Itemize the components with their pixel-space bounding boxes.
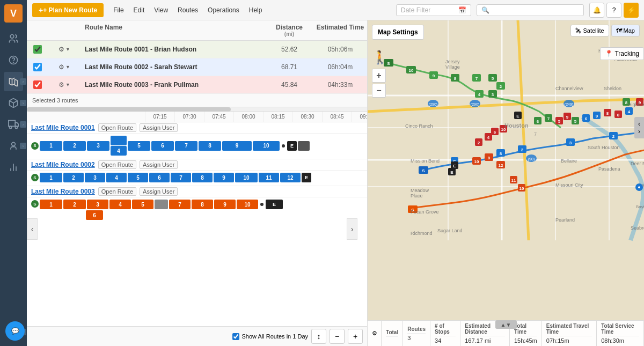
zoom-in-button[interactable]: + bbox=[372, 69, 386, 83]
topbar-action-icons: 🔔 ? ⚡ bbox=[589, 3, 639, 18]
sidebar-expand-team[interactable]: › bbox=[20, 143, 26, 149]
stats-routes-col: Routes 3 bbox=[403, 321, 430, 346]
gantt-bar-2-end: E bbox=[302, 173, 311, 182]
map-panel: S 10 9 8 7 5 4 3 2 S E 8 2 3 2 1 bbox=[368, 20, 644, 346]
sidebar-item-help[interactable] bbox=[4, 50, 23, 70]
menu-routes[interactable]: Routes bbox=[173, 4, 202, 16]
calendar-icon[interactable]: 📅 bbox=[458, 6, 466, 14]
sidebar-item-chart[interactable] bbox=[4, 158, 23, 177]
route-1-distance: 52.62 bbox=[265, 46, 313, 53]
svg-text:7: 7 bbox=[534, 131, 537, 137]
sidebar-expand[interactable]: › bbox=[20, 78, 26, 85]
gantt-next-button[interactable]: › bbox=[347, 218, 357, 240]
gantt-bar-2-10: 10 bbox=[235, 173, 258, 182]
svg-text:9: 9 bbox=[566, 115, 569, 120]
svg-text:Pecan Grove: Pecan Grove bbox=[411, 209, 439, 215]
date-filter[interactable]: Date Filter 📅 bbox=[396, 4, 471, 16]
svg-text:5: 5 bbox=[574, 119, 577, 124]
svg-text:Sheldon: Sheldon bbox=[604, 86, 621, 91]
gantt-bar-2-8: 8 bbox=[192, 173, 213, 182]
route-3-start-marker: S bbox=[31, 200, 39, 208]
svg-text:2: 2 bbox=[478, 141, 480, 145]
gantt-area: 07:15 07:30 07:45 08:00 08:15 08:30 08:4… bbox=[27, 112, 367, 346]
sort-button[interactable]: ↕ bbox=[311, 329, 326, 344]
horizontal-scrollbar[interactable] bbox=[27, 107, 367, 112]
chat-button[interactable]: 💬 bbox=[5, 321, 25, 341]
route-2-distance: 68.71 bbox=[265, 63, 313, 71]
route-2-gantt-link[interactable]: Last Mile Route 0002 bbox=[31, 161, 95, 168]
map-settings-label[interactable]: Map Settings bbox=[372, 25, 424, 40]
route-3-assign-button[interactable]: Assign User bbox=[140, 187, 178, 196]
svg-text:Pearland: Pearland bbox=[555, 217, 575, 223]
route-2-open-button[interactable]: Open Route bbox=[98, 160, 136, 169]
gantt-bar-2-12: 12 bbox=[280, 173, 301, 182]
svg-text:7: 7 bbox=[475, 76, 478, 81]
chat-icon: 💬 bbox=[11, 327, 19, 335]
route-1-gantt-link[interactable]: Last Mile Route 0001 bbox=[31, 124, 95, 131]
tracking-panel[interactable]: 📍 Tracking bbox=[600, 47, 644, 60]
route-3-gear[interactable]: ⚙▼ bbox=[48, 81, 80, 89]
satellite-button[interactable]: 🛰 Satellite bbox=[570, 25, 609, 36]
svg-text:10: 10 bbox=[409, 68, 414, 73]
zoom-out-gantt-button[interactable]: − bbox=[330, 329, 345, 344]
routes-value: 3 bbox=[407, 335, 426, 341]
lightning-button[interactable]: ⚡ bbox=[624, 3, 639, 18]
map-button[interactable]: 🗺 Map bbox=[611, 25, 640, 36]
menu-operations[interactable]: Operations bbox=[203, 4, 244, 16]
route-3-gantt-link[interactable]: Last Mile Route 0003 bbox=[31, 188, 95, 195]
svg-text:(90): (90) bbox=[528, 157, 535, 161]
gantt-prev-button[interactable]: ‹ bbox=[27, 218, 38, 240]
gantt-bar-3-8: 8 bbox=[192, 200, 213, 209]
show-all-routes-toggle[interactable]: Show All Routes in 1 Day bbox=[232, 333, 308, 340]
app-logo[interactable]: V bbox=[4, 4, 23, 23]
svg-text:2: 2 bbox=[500, 84, 502, 89]
menu-edit[interactable]: Edit bbox=[129, 4, 149, 16]
scroll-position-indicator[interactable]: ● bbox=[635, 183, 643, 191]
person-icon[interactable]: 🚶 bbox=[372, 50, 388, 65]
total-time-value: 15h:45m bbox=[514, 337, 537, 344]
route-2-checkbox[interactable] bbox=[27, 63, 48, 71]
svg-text:Pasadena: Pasadena bbox=[598, 166, 620, 172]
notification-button[interactable]: 🔔 bbox=[589, 3, 604, 18]
route-1-gear[interactable]: ⚙▼ bbox=[48, 46, 80, 53]
route-1-checkbox[interactable] bbox=[27, 45, 48, 54]
menu-help[interactable]: Help bbox=[245, 4, 267, 16]
topbar-menu: File Edit View Routes Operations Help bbox=[109, 4, 266, 16]
est-travel-value: 07h:15m bbox=[546, 337, 592, 344]
zoom-out-button[interactable]: − bbox=[372, 84, 386, 98]
svg-text:S: S bbox=[422, 168, 425, 173]
stats-est-travel-col: Estimated Travel Time 07h:15m bbox=[542, 321, 597, 346]
sidebar-item-routes[interactable]: › bbox=[4, 72, 23, 91]
route-2-gear[interactable]: ⚙▼ bbox=[48, 63, 80, 71]
menu-file[interactable]: File bbox=[109, 4, 128, 16]
route-1-assign-button[interactable]: Assign User bbox=[140, 123, 178, 132]
sidebar-expand-truck[interactable]: › bbox=[20, 121, 26, 128]
sidebar-item-users[interactable] bbox=[4, 29, 23, 48]
route-row-3: ⚙▼ Last Mile Route 0003 - Frank Pullman … bbox=[27, 76, 367, 94]
sidebar-item-box[interactable]: › bbox=[4, 93, 23, 113]
menu-view[interactable]: View bbox=[150, 4, 172, 16]
route-1-open-button[interactable]: Open Route bbox=[98, 123, 136, 132]
svg-text:7: 7 bbox=[547, 116, 550, 121]
sidebar-expand-box[interactable]: › bbox=[20, 100, 26, 106]
search-box[interactable]: 🔍 bbox=[477, 4, 584, 16]
sidebar-item-team[interactable]: › bbox=[4, 136, 23, 156]
collapse-left-button[interactable]: ‹› bbox=[634, 117, 644, 138]
route-3-open-button[interactable]: Open Route bbox=[98, 187, 136, 196]
map-view-controls: 🛰 Satellite 🗺 Map bbox=[570, 25, 640, 36]
route-3-checkbox[interactable] bbox=[27, 80, 48, 89]
route-2-assign-button[interactable]: Assign User bbox=[140, 160, 178, 169]
sidebar-item-truck[interactable]: › bbox=[4, 115, 23, 134]
svg-text:8: 8 bbox=[500, 151, 502, 156]
svg-text:(249): (249) bbox=[565, 102, 573, 107]
help-button[interactable]: ? bbox=[606, 3, 621, 18]
gantt-bar-1-4a bbox=[111, 136, 127, 145]
collapse-bottom-button[interactable]: ▲▼ bbox=[495, 320, 517, 329]
plan-new-route-button[interactable]: + + Plan New Route bbox=[32, 3, 104, 17]
stats-gear-icon[interactable]: ⚙ bbox=[368, 321, 382, 346]
svg-text:10: 10 bbox=[519, 186, 524, 191]
svg-text:9: 9 bbox=[596, 114, 598, 119]
zoom-in-gantt-button[interactable]: + bbox=[348, 329, 363, 344]
map-icon: 🗺 bbox=[616, 27, 622, 34]
gantt-bar-2-7: 7 bbox=[171, 173, 191, 182]
